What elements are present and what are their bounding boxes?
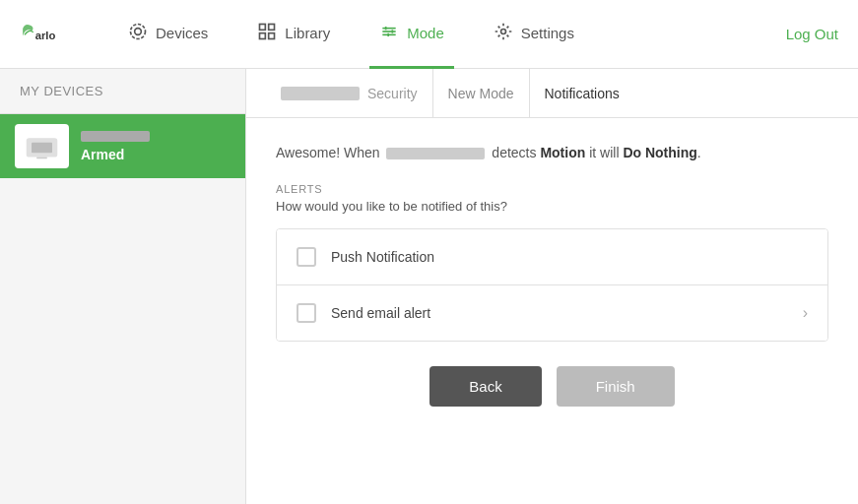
sidebar: My Devices Armed bbox=[0, 69, 246, 504]
summary-prefix: Awesome! When bbox=[276, 145, 380, 160]
library-icon bbox=[257, 22, 277, 44]
svg-rect-15 bbox=[32, 142, 52, 153]
svg-point-2 bbox=[131, 24, 146, 38]
notifications-label: Notifications bbox=[545, 86, 620, 101]
summary-motion: Motion bbox=[540, 145, 585, 160]
email-alert-label: Send email alert bbox=[331, 305, 803, 321]
device-item[interactable]: Armed bbox=[0, 114, 245, 178]
nav-item-library[interactable]: Library bbox=[247, 0, 340, 69]
svg-rect-4 bbox=[269, 24, 275, 30]
svg-point-1 bbox=[135, 28, 142, 34]
device-name-redacted bbox=[386, 148, 485, 159]
step-tabs: Security New Mode Notifications bbox=[246, 69, 858, 118]
device-icon bbox=[15, 124, 69, 168]
nav-library-label: Library bbox=[285, 25, 330, 41]
device-status: Armed bbox=[81, 147, 231, 162]
alert-options: Push Notification Send email alert › bbox=[276, 228, 828, 342]
chevron-right-icon: › bbox=[803, 304, 808, 322]
summary-action: Do Nothing bbox=[623, 145, 696, 160]
svg-rect-3 bbox=[260, 24, 266, 30]
main-content: Security New Mode Notifications Awesome!… bbox=[246, 69, 858, 504]
logout-button[interactable]: Log Out bbox=[786, 26, 838, 42]
redacted-label bbox=[281, 87, 360, 100]
nav-item-mode[interactable]: Mode bbox=[369, 0, 454, 69]
nav-settings-label: Settings bbox=[521, 25, 574, 41]
step-tab-security[interactable]: Security bbox=[266, 69, 433, 118]
main-layout: My Devices Armed Security bbox=[0, 69, 858, 504]
mode-icon bbox=[379, 22, 399, 44]
device-info: Armed bbox=[81, 130, 231, 162]
email-alert-checkbox[interactable] bbox=[297, 303, 316, 323]
security-label: Security bbox=[367, 86, 418, 101]
alerts-label: ALERTS bbox=[276, 183, 828, 195]
content-body: Awesome! When detects Motion it will Do … bbox=[246, 118, 858, 431]
email-alert-option[interactable]: Send email alert › bbox=[277, 285, 827, 341]
push-notification-label: Push Notification bbox=[331, 249, 808, 265]
step-tab-notifications[interactable]: Notifications bbox=[530, 69, 634, 118]
buttons-row: Back Finish bbox=[276, 366, 828, 407]
push-notification-checkbox[interactable] bbox=[297, 247, 316, 267]
svg-rect-5 bbox=[260, 32, 266, 38]
sidebar-title: My Devices bbox=[0, 69, 245, 114]
new-mode-label: New Mode bbox=[448, 86, 514, 101]
device-name bbox=[81, 130, 231, 145]
nav-devices-label: Devices bbox=[156, 25, 208, 41]
settings-icon bbox=[494, 22, 513, 44]
push-notification-option[interactable]: Push Notification bbox=[277, 229, 827, 285]
back-button[interactable]: Back bbox=[429, 366, 541, 407]
nav-mode-label: Mode bbox=[407, 25, 444, 41]
logo: arlo bbox=[20, 20, 69, 49]
step-tab-new-mode[interactable]: New Mode bbox=[433, 69, 530, 118]
alerts-section: ALERTS How would you like to be notified… bbox=[276, 183, 828, 214]
summary-text: Awesome! When detects Motion it will Do … bbox=[276, 143, 828, 163]
top-navigation: arlo Devices Library bbox=[0, 0, 858, 69]
finish-button[interactable]: Finish bbox=[557, 366, 675, 407]
nav-item-devices[interactable]: Devices bbox=[118, 0, 218, 69]
svg-rect-16 bbox=[36, 157, 47, 158]
nav-item-settings[interactable]: Settings bbox=[484, 0, 584, 69]
devices-icon bbox=[128, 22, 148, 44]
summary-detects: detects bbox=[492, 145, 536, 160]
svg-rect-6 bbox=[269, 32, 275, 38]
alerts-sublabel: How would you like to be notified of thi… bbox=[276, 199, 828, 214]
svg-text:arlo: arlo bbox=[35, 29, 56, 40]
summary-it-will: it will bbox=[589, 145, 619, 160]
svg-point-13 bbox=[500, 29, 505, 33]
